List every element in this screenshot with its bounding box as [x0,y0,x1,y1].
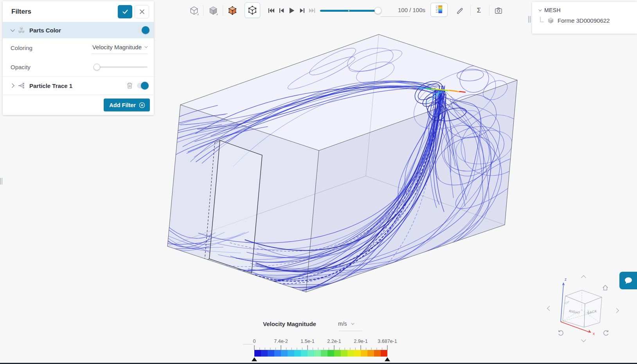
colorbar-segment [301,350,308,357]
toolbar-separator [470,5,471,16]
colorbar-segment [354,350,361,357]
chevron-right-icon [614,308,619,313]
surface-mesh-cube-icon [227,5,238,16]
wireframe-cube-icon [189,5,199,16]
colorbar-segment [374,350,381,357]
view-cube[interactable]: y RIGHT BACK TOP z x [542,258,624,347]
view-surface-mesh-button[interactable] [226,4,239,17]
toolbar-separator [489,5,489,16]
colorbar-segment [367,350,374,357]
legend-tick-label: 3.687e-1 [378,339,397,344]
legend-tick-label: 0 [253,339,256,344]
timeline-slider-thumb[interactable] [374,7,381,14]
statistics-button[interactable]: Σ [472,4,486,17]
legend-tick-label: 2.9e-1 [354,339,367,344]
x-axis-arrowhead [588,330,591,333]
parts-color-toggle[interactable] [138,27,148,33]
legend-colorbar[interactable] [254,350,387,357]
mesh-panel-title: MESH [544,7,561,13]
toolbar-separator [223,5,223,16]
left-panel-drag-handle[interactable] [0,178,2,185]
home-icon [602,284,609,291]
screenshot-camera-icon [494,6,503,15]
timeline-midpoint-marker [348,10,349,11]
probe-button[interactable] [453,4,466,17]
colorbar-segment [327,350,334,357]
colorbar-segment [334,350,341,357]
colorbar-segment [281,350,288,357]
home-view-button[interactable] [601,283,610,292]
colorbar-segment [381,350,387,357]
rotate-down-button[interactable] [580,337,587,344]
trash-icon[interactable] [126,82,133,89]
screenshot-button[interactable] [492,4,505,17]
cfd-postprocessor-app: 100 / 100s Σ [0,0,637,364]
rotate-up-button[interactable] [580,273,587,280]
support-chat-button[interactable] [619,272,637,289]
skip-to-start-button[interactable] [266,5,276,16]
time-display[interactable]: 100 / 100s [394,7,430,13]
skip-to-end-button[interactable] [307,5,317,16]
mesh-cube-icon [547,17,554,24]
filters-panel-footer: Add Filter [3,95,154,115]
view-feature-points-button[interactable] [245,2,260,18]
colorbar-segment [361,350,367,357]
opacity-row: Opacity [3,57,154,76]
rotate-right-button[interactable] [613,306,620,313]
legend-color-scale: 07.4e-21.5e-12.2e-12.9e-13.687e-1 [239,339,403,363]
colormap-icon [434,5,444,15]
mesh-panel: MESH Forme 3D00090622 [532,2,637,34]
coloring-dropdown[interactable]: Velocity Magnitude [92,42,148,54]
colorbar-segment [268,350,274,357]
mesh-tree-header[interactable]: MESH [538,6,637,14]
roll-cw-button[interactable] [601,328,610,337]
view-shaded-button[interactable] [207,4,220,17]
parts-color-section-header[interactable]: Parts Color [3,22,154,38]
legend-min-handle[interactable] [252,357,257,361]
particle-trace-toggle[interactable] [137,83,148,88]
parts-color-label: Parts Color [29,27,134,34]
legend-unit-dropdown[interactable]: m/s [338,321,353,327]
mesh-tree-item[interactable]: Forme 3D00090622 [540,17,637,24]
toggle-knob [141,82,149,90]
step-forward-button[interactable] [297,5,308,16]
opacity-slider-thumb[interactable] [94,64,100,70]
apply-filters-button[interactable] [118,5,132,18]
skip-to-end-icon [308,7,317,14]
check-icon [122,8,129,15]
particle-trace-row[interactable]: Particle Trace 1 [3,77,154,95]
colorbar-segment [308,350,314,357]
play-button[interactable] [286,5,297,16]
colorbar-segment [294,350,301,357]
legend-title: Velocity Magnitude [256,321,323,327]
legend-max-handle[interactable] [385,357,390,361]
toolbar-separator [203,5,203,16]
rotate-ccw-icon [557,329,565,337]
roll-ccw-button[interactable] [556,328,565,337]
chevron-left-icon [547,306,552,311]
colorbar-segment [254,350,261,357]
step-back-icon [277,7,285,14]
view-wireframe-button[interactable] [187,4,201,17]
sum-sigma-icon: Σ [477,7,481,14]
time-input-underline [380,16,410,17]
filters-panel: Filters Parts Color Coloring [3,1,154,115]
add-filter-button[interactable]: Add Filter [104,99,150,111]
particle-trace-label: Particle Trace 1 [29,82,122,89]
rotate-cw-icon [602,329,610,337]
opacity-slider[interactable] [94,66,148,68]
particle-trace-icon [18,82,25,90]
x-axis-label: x [593,332,595,336]
probe-pen-icon [455,6,464,15]
rotate-left-button[interactable] [546,306,553,313]
parts-color-icon [18,26,25,34]
close-filters-button[interactable] [135,5,149,18]
colormap-settings-button[interactable] [430,3,448,17]
timeline-slider[interactable] [320,10,378,12]
view-cube-body[interactable] [563,290,602,327]
toggle-knob [142,26,149,34]
chat-bubble-icon [624,276,633,285]
colorbar-segment [274,350,281,357]
step-back-button[interactable] [276,5,286,16]
mesh-panel-drag-handle[interactable] [528,16,531,23]
